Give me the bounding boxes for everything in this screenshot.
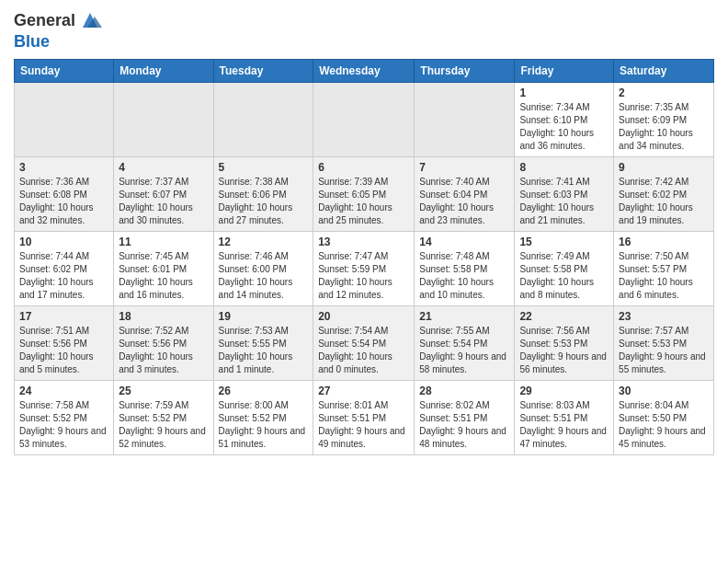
day-cell: 9Sunrise: 7:42 AM Sunset: 6:02 PM Daylig… — [614, 156, 714, 231]
day-number: 20 — [318, 310, 409, 323]
day-info: Sunrise: 7:51 AM Sunset: 5:56 PM Dayligh… — [19, 325, 108, 376]
header-thursday: Thursday — [415, 59, 515, 82]
day-cell: 11Sunrise: 7:45 AM Sunset: 6:01 PM Dayli… — [114, 231, 213, 305]
day-number: 24 — [19, 385, 108, 397]
day-cell: 23Sunrise: 7:57 AM Sunset: 5:53 PM Dayli… — [614, 305, 714, 380]
day-info: Sunrise: 7:59 AM Sunset: 5:52 PM Dayligh… — [119, 399, 208, 451]
day-cell: 18Sunrise: 7:52 AM Sunset: 5:56 PM Dayli… — [114, 305, 213, 380]
day-cell: 5Sunrise: 7:38 AM Sunset: 6:06 PM Daylig… — [213, 156, 313, 231]
logo-icon — [78, 9, 102, 33]
day-cell: 20Sunrise: 7:54 AM Sunset: 5:54 PM Dayli… — [313, 305, 415, 380]
day-cell: 17Sunrise: 7:51 AM Sunset: 5:56 PM Dayli… — [15, 305, 114, 380]
day-info: Sunrise: 8:04 AM Sunset: 5:50 PM Dayligh… — [619, 399, 709, 451]
day-cell: 22Sunrise: 7:56 AM Sunset: 5:53 PM Dayli… — [515, 305, 614, 380]
day-info: Sunrise: 8:03 AM Sunset: 5:51 PM Dayligh… — [519, 399, 609, 451]
week-row-3: 10Sunrise: 7:44 AM Sunset: 6:02 PM Dayli… — [15, 231, 714, 305]
header-friday: Friday — [515, 59, 614, 82]
day-cell: 25Sunrise: 7:59 AM Sunset: 5:52 PM Dayli… — [114, 380, 213, 454]
day-info: Sunrise: 7:57 AM Sunset: 5:53 PM Dayligh… — [619, 325, 709, 376]
day-cell: 29Sunrise: 8:03 AM Sunset: 5:51 PM Dayli… — [515, 380, 614, 454]
header-sunday: Sunday — [15, 59, 114, 82]
day-number: 1 — [519, 86, 609, 99]
day-cell: 10Sunrise: 7:44 AM Sunset: 6:02 PM Dayli… — [15, 231, 114, 305]
day-cell — [213, 82, 313, 156]
week-row-4: 17Sunrise: 7:51 AM Sunset: 5:56 PM Dayli… — [15, 305, 714, 380]
day-info: Sunrise: 7:34 AM Sunset: 6:10 PM Dayligh… — [519, 101, 609, 153]
day-cell: 26Sunrise: 8:00 AM Sunset: 5:52 PM Dayli… — [213, 380, 313, 454]
day-cell: 3Sunrise: 7:36 AM Sunset: 6:08 PM Daylig… — [15, 156, 114, 231]
day-number: 26 — [219, 385, 309, 397]
day-info: Sunrise: 7:41 AM Sunset: 6:03 PM Dayligh… — [519, 176, 609, 227]
day-cell: 27Sunrise: 8:01 AM Sunset: 5:51 PM Dayli… — [313, 380, 415, 454]
day-cell: 15Sunrise: 7:49 AM Sunset: 5:58 PM Dayli… — [515, 231, 614, 305]
week-row-5: 24Sunrise: 7:58 AM Sunset: 5:52 PM Dayli… — [15, 380, 714, 454]
logo: General Blue — [14, 9, 102, 52]
day-info: Sunrise: 7:45 AM Sunset: 6:01 PM Dayligh… — [119, 250, 208, 302]
day-info: Sunrise: 8:00 AM Sunset: 5:52 PM Dayligh… — [219, 399, 309, 451]
day-number: 13 — [318, 236, 409, 248]
day-info: Sunrise: 7:36 AM Sunset: 6:08 PM Dayligh… — [19, 176, 108, 227]
day-info: Sunrise: 7:48 AM Sunset: 5:58 PM Dayligh… — [419, 250, 509, 302]
day-cell: 30Sunrise: 8:04 AM Sunset: 5:50 PM Dayli… — [614, 380, 714, 454]
header-saturday: Saturday — [614, 59, 714, 82]
weekday-header-row: Sunday Monday Tuesday Wednesday Thursday… — [15, 59, 714, 82]
header-tuesday: Tuesday — [213, 59, 313, 82]
day-info: Sunrise: 7:52 AM Sunset: 5:56 PM Dayligh… — [119, 325, 208, 376]
day-info: Sunrise: 8:01 AM Sunset: 5:51 PM Dayligh… — [318, 399, 409, 451]
day-number: 19 — [219, 310, 309, 323]
day-cell: 24Sunrise: 7:58 AM Sunset: 5:52 PM Dayli… — [15, 380, 114, 454]
day-cell: 16Sunrise: 7:50 AM Sunset: 5:57 PM Dayli… — [614, 231, 714, 305]
day-info: Sunrise: 7:54 AM Sunset: 5:54 PM Dayligh… — [318, 325, 409, 376]
day-number: 10 — [19, 236, 108, 248]
day-info: Sunrise: 7:44 AM Sunset: 6:02 PM Dayligh… — [19, 250, 108, 302]
header-wednesday: Wednesday — [313, 59, 415, 82]
logo-general: General — [14, 11, 75, 29]
logo-text: General — [14, 12, 75, 30]
day-info: Sunrise: 7:40 AM Sunset: 6:04 PM Dayligh… — [419, 176, 509, 227]
day-info: Sunrise: 7:37 AM Sunset: 6:07 PM Dayligh… — [119, 176, 208, 227]
day-number: 16 — [619, 236, 709, 248]
day-cell: 4Sunrise: 7:37 AM Sunset: 6:07 PM Daylig… — [114, 156, 213, 231]
day-info: Sunrise: 7:50 AM Sunset: 5:57 PM Dayligh… — [619, 250, 709, 302]
day-info: Sunrise: 7:47 AM Sunset: 5:59 PM Dayligh… — [318, 250, 409, 302]
day-cell — [415, 82, 515, 156]
day-number: 28 — [419, 385, 509, 397]
day-info: Sunrise: 7:56 AM Sunset: 5:53 PM Dayligh… — [519, 325, 609, 376]
day-info: Sunrise: 7:46 AM Sunset: 6:00 PM Dayligh… — [219, 250, 309, 302]
day-cell — [114, 82, 213, 156]
logo-blue: Blue — [14, 33, 50, 52]
week-row-2: 3Sunrise: 7:36 AM Sunset: 6:08 PM Daylig… — [15, 156, 714, 231]
day-number: 8 — [519, 161, 609, 174]
day-info: Sunrise: 7:53 AM Sunset: 5:55 PM Dayligh… — [219, 325, 309, 376]
day-number: 3 — [19, 161, 108, 174]
day-info: Sunrise: 7:58 AM Sunset: 5:52 PM Dayligh… — [19, 399, 108, 451]
day-cell: 7Sunrise: 7:40 AM Sunset: 6:04 PM Daylig… — [415, 156, 515, 231]
day-number: 23 — [619, 310, 709, 323]
header: General Blue — [14, 9, 714, 52]
day-cell: 6Sunrise: 7:39 AM Sunset: 6:05 PM Daylig… — [313, 156, 415, 231]
day-number: 2 — [619, 86, 709, 99]
day-number: 4 — [119, 161, 208, 174]
day-cell: 13Sunrise: 7:47 AM Sunset: 5:59 PM Dayli… — [313, 231, 415, 305]
day-number: 22 — [519, 310, 609, 323]
day-cell: 19Sunrise: 7:53 AM Sunset: 5:55 PM Dayli… — [213, 305, 313, 380]
day-number: 5 — [219, 161, 309, 174]
day-number: 17 — [19, 310, 108, 323]
day-info: Sunrise: 7:49 AM Sunset: 5:58 PM Dayligh… — [519, 250, 609, 302]
day-number: 11 — [119, 236, 208, 248]
day-cell: 21Sunrise: 7:55 AM Sunset: 5:54 PM Dayli… — [415, 305, 515, 380]
calendar: Sunday Monday Tuesday Wednesday Thursday… — [14, 59, 714, 455]
day-number: 14 — [419, 236, 509, 248]
day-number: 12 — [219, 236, 309, 248]
day-info: Sunrise: 7:55 AM Sunset: 5:54 PM Dayligh… — [419, 325, 509, 376]
day-number: 25 — [119, 385, 208, 397]
day-number: 18 — [119, 310, 208, 323]
page: General Blue Sunday Monday — [0, 0, 728, 563]
week-row-1: 1Sunrise: 7:34 AM Sunset: 6:10 PM Daylig… — [15, 82, 714, 156]
day-cell — [15, 82, 114, 156]
day-cell: 2Sunrise: 7:35 AM Sunset: 6:09 PM Daylig… — [614, 82, 714, 156]
day-cell: 28Sunrise: 8:02 AM Sunset: 5:51 PM Dayli… — [415, 380, 515, 454]
day-number: 15 — [519, 236, 609, 248]
day-cell — [313, 82, 415, 156]
day-number: 29 — [519, 385, 609, 397]
